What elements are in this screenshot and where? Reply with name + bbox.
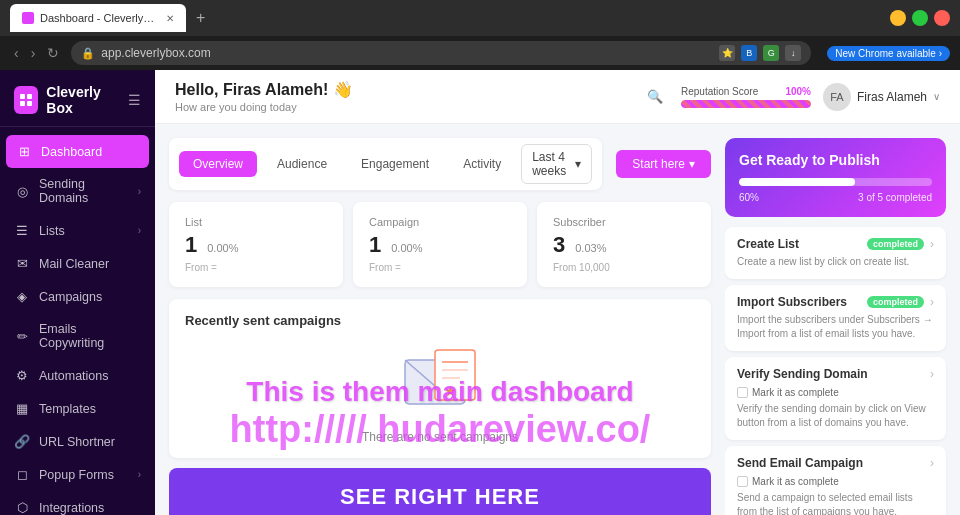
tab-engagement[interactable]: Engagement [347,151,443,177]
stats-row: List 1 0.00% From = Campaign 1 0.00% [169,202,711,287]
lock-icon: 🔒 [81,47,95,60]
checklist-title-3: Send Email Campaign [737,456,924,470]
stat-card-campaign: Campaign 1 0.00% From = [353,202,527,287]
check-box-3[interactable] [737,476,748,487]
checklist-item-3[interactable]: Send Email Campaign › Mark it as complet… [725,446,946,515]
tab-audience[interactable]: Audience [263,151,341,177]
sidebar-label-integrations: Integrations [39,501,104,515]
tab-close-icon[interactable]: ✕ [166,13,174,24]
stat-row-2: 3 0.03% [553,232,695,258]
lower-section: This is them main dashboard http:///// h… [169,299,711,515]
start-here-button[interactable]: Start here ▾ [616,150,711,178]
ready-progress-fill [739,178,855,186]
maximize-button[interactable] [912,10,928,26]
stat-from-0: From = [185,262,327,273]
empty-illustration: ★ [400,340,480,420]
start-here-label: Start here [632,157,685,171]
minimize-button[interactable] [890,10,906,26]
back-button[interactable]: ‹ [10,43,23,63]
checklist-item-2[interactable]: Verify Sending Domain › Mark it as compl… [725,357,946,440]
sidebar-item-campaigns[interactable]: ◈ Campaigns [0,280,155,313]
checklist-header-3: Send Email Campaign › [737,456,934,470]
window-controls [890,10,950,26]
sidebar-label-lists: Lists [39,224,65,238]
url-text: app.cleverlybox.com [101,46,210,60]
sidebar-item-automations[interactable]: ⚙ Automations [0,359,155,392]
url-bar[interactable]: 🔒 app.cleverlybox.com ⭐ B G ↓ [71,41,811,65]
sidebar-icon-lists: ☰ [14,223,30,238]
tab-activity[interactable]: Activity [449,151,515,177]
sidebar-icon-popup-forms: ◻ [14,467,30,482]
main-area: Hello, Firas Alameh! 👋 How are you doing… [155,70,960,515]
ext-icon-1: ⭐ [719,45,735,61]
checklist-arrow-3: › [930,456,934,470]
sidebar-item-url-shortner[interactable]: 🔗 URL Shortner [0,425,155,458]
tabs-row: Overview Audience Engagement Activity La… [169,138,711,190]
search-button[interactable]: 🔍 [641,83,669,111]
sidebar-item-dashboard[interactable]: ⊞ Dashboard [6,135,149,168]
hamburger-icon[interactable]: ☰ [128,92,141,108]
reputation-label: Reputation Score [681,86,758,97]
ext-icon-3: G [763,45,779,61]
checklist-item-1[interactable]: Import Subscribers completed › Import th… [725,285,946,351]
checklist-arrow-2: › [930,367,934,381]
browser-tab[interactable]: Dashboard - CleverlyBox AI : Fr... ✕ [10,4,186,32]
close-button[interactable] [934,10,950,26]
browser-extensions: ⭐ B G ↓ [719,45,801,61]
sidebar-icon-url-shortner: 🔗 [14,434,30,449]
tab-title: Dashboard - CleverlyBox AI : Fr... [40,12,160,24]
period-label: Last 4 weeks [532,150,571,178]
greeting-title: Hello, Firas Alameh! 👋 [175,80,629,99]
svg-rect-0 [20,94,25,99]
tabs-bar: Overview Audience Engagement Activity La… [169,138,602,190]
ready-pct: 60% [739,192,759,203]
user-name: Firas Alameh [857,90,927,104]
header: Hello, Firas Alameh! 👋 How are you doing… [155,70,960,124]
sidebar-item-integrations[interactable]: ⬡ Integrations [0,491,155,515]
app-container: Cleverly Box ☰ ⊞ Dashboard ◎ Sending Dom… [0,70,960,515]
reputation-box: Reputation Score 100% [681,86,811,108]
reputation-row: Reputation Score 100% [681,86,811,97]
stat-pct-1: 0.00% [391,242,422,254]
sidebar-label-mail-cleaner: Mail Cleaner [39,257,109,271]
svg-rect-3 [27,101,32,106]
ext-icon-4: ↓ [785,45,801,61]
promo-banner[interactable]: SEE RIGHT HERE [169,468,711,515]
promo-text: SEE RIGHT HERE [340,484,540,510]
stat-label-0: List [185,216,327,228]
stat-value-1: 1 [369,232,381,258]
sidebar-arrow-popup-forms: › [138,469,141,480]
stat-label-1: Campaign [369,216,511,228]
browser-chrome: Dashboard - CleverlyBox AI : Fr... ✕ + [0,0,960,36]
avatar-circle: FA [823,83,851,111]
check-box-2[interactable] [737,387,748,398]
campaigns-section: Recently sent campaigns [169,299,711,458]
sidebar-icon-integrations: ⬡ [14,500,30,515]
chrome-notification[interactable]: New Chrome available › [827,46,950,61]
sidebar-item-lists[interactable]: ☰ Lists › [0,214,155,247]
checklist-arrow-0: › [930,237,934,251]
stat-card-list: List 1 0.00% From = [169,202,343,287]
logo-icon [14,86,38,114]
refresh-button[interactable]: ↻ [43,43,63,63]
checklist-item-0[interactable]: Create List completed › Create a new lis… [725,227,946,279]
ready-card: Get Ready to Publish 60% 3 of 5 complete… [725,138,946,217]
sidebar-item-emails-copywriting[interactable]: ✏ Emails Copywriting [0,313,155,359]
sidebar-item-templates[interactable]: ▦ Templates [0,392,155,425]
sidebar-item-sending-domains[interactable]: ◎ Sending Domains › [0,168,155,214]
tab-favicon [22,12,34,24]
sidebar-item-popup-forms[interactable]: ◻ Popup Forms › [0,458,155,491]
tab-overview[interactable]: Overview [179,151,257,177]
svg-rect-2 [20,101,25,106]
sidebar-item-mail-cleaner[interactable]: ✉ Mail Cleaner [0,247,155,280]
check-row-3[interactable]: Mark it as complete [737,476,934,487]
stat-value-2: 3 [553,232,565,258]
forward-button[interactable]: › [27,43,40,63]
svg-rect-1 [27,94,32,99]
check-row-2[interactable]: Mark it as complete [737,387,934,398]
empty-state: ★ There are no sent campaigns [185,340,695,444]
period-select[interactable]: Last 4 weeks ▾ [521,144,592,184]
user-avatar[interactable]: FA Firas Alameh ∨ [823,83,940,111]
new-tab-button[interactable]: + [196,9,205,27]
checklist-desc-1: Import the subscribers under Subscribers… [737,313,934,341]
